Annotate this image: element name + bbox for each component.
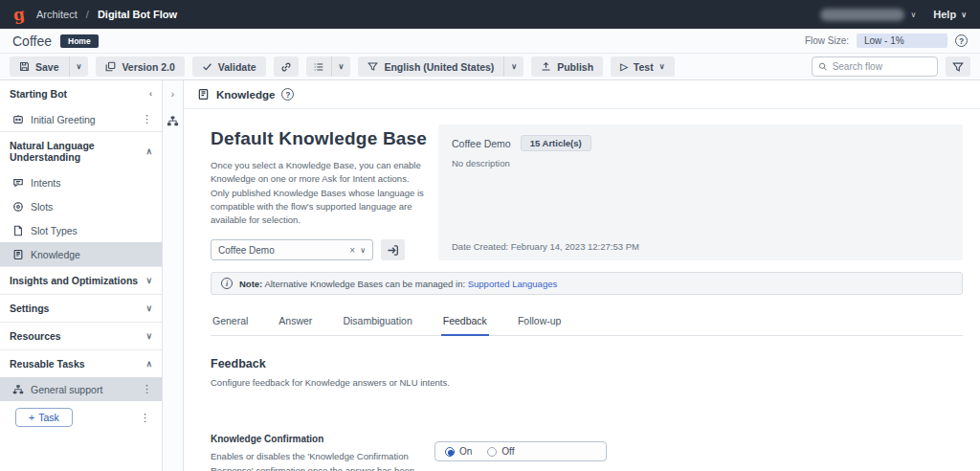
help-label: Help (933, 9, 956, 20)
confirmation-description: Enables or disables the 'Knowledge Confi… (211, 450, 421, 471)
kb-select[interactable]: Coffee Demo × ∨ (211, 239, 373, 260)
search-flow-input[interactable] (833, 61, 931, 72)
sidebar-item-knowledge[interactable]: Knowledge (0, 242, 162, 266)
flow-size-label: Flow Size: (805, 35, 849, 46)
page-header: Knowledge ? (184, 80, 980, 109)
sidebar-item-general-support[interactable]: General support ⋮ (0, 377, 162, 401)
knowledge-confirmation-row: Knowledge Confirmation Enables or disabl… (211, 434, 963, 471)
sidebar-section-resources[interactable]: Resources ∨ (0, 322, 162, 349)
sidebar-item-slots[interactable]: Slots (0, 194, 162, 218)
add-task-label: Task (38, 412, 59, 423)
chevron-up-icon[interactable]: ∧ (145, 146, 152, 156)
chevron-left-icon[interactable]: ‹ (149, 89, 152, 99)
link-button[interactable] (274, 56, 299, 77)
version-button[interactable]: Version 2.0 (96, 56, 184, 77)
link-icon (280, 61, 292, 73)
open-knowledge-base-button[interactable] (381, 239, 405, 260)
topbar-right: ∨ Help ∨ (820, 9, 967, 21)
home-badge[interactable]: Home (60, 34, 99, 48)
tab-answer[interactable]: Answer (277, 308, 314, 335)
chevron-down-icon[interactable]: ∨ (145, 276, 152, 285)
chevron-right-icon[interactable]: › (171, 89, 174, 100)
tab-disambiguation[interactable]: Disambiguation (341, 308, 413, 335)
kebab-menu-icon[interactable]: ⋮ (140, 383, 154, 395)
genesys-logo-icon: g (12, 6, 26, 23)
kb-title: Default Knowledge Base (211, 128, 429, 149)
list-button[interactable] (306, 56, 331, 77)
sidebar-section-starting-bot[interactable]: Starting Bot ‹ (0, 80, 162, 107)
publish-button[interactable]: Publish (531, 56, 603, 77)
chevron-down-icon[interactable]: ∨ (145, 331, 152, 341)
sidebar-section-reusable-tasks[interactable]: Reusable Tasks ∧ (0, 349, 162, 377)
feedback-title: Feedback (211, 357, 963, 370)
radio-option-off[interactable]: Off (487, 446, 514, 457)
publish-icon (541, 61, 551, 72)
user-menu[interactable]: ∨ (820, 9, 916, 21)
radio-on-control[interactable] (445, 447, 455, 457)
radio-off-control[interactable] (487, 447, 497, 457)
breadcrumb: Architect / Digital Bot Flow (36, 9, 177, 20)
sidebar-section-nlu[interactable]: Natural Language Understanding ∧ (0, 131, 162, 170)
tab-follow-up[interactable]: Follow-up (516, 308, 564, 335)
toolbar-right (812, 56, 970, 77)
clear-icon[interactable]: × (349, 245, 355, 256)
chevron-up-icon[interactable]: ∧ (145, 359, 152, 369)
list-icon (313, 61, 324, 73)
test-label: Test (634, 61, 654, 73)
sidebar-item-slot-types[interactable]: Slot Types (0, 218, 162, 242)
radio-option-on[interactable]: On (445, 446, 472, 457)
feedback-description: Configure feedback for Knowledge answers… (211, 377, 963, 388)
list-dropdown-button[interactable]: ∨ (331, 56, 351, 77)
sidebar-item-initial-greeting[interactable]: Initial Greeting ⋮ (0, 107, 162, 131)
chevron-down-icon: ∨ (339, 62, 345, 71)
kb-select-value: Coffee Demo (218, 245, 349, 256)
help-menu[interactable]: Help ∨ (933, 9, 967, 20)
sidebar-section-insights[interactable]: Insights and Optimizations ∨ (0, 266, 162, 294)
save-button[interactable]: Save (10, 56, 69, 77)
search-filter-button[interactable] (946, 56, 970, 77)
add-task-row: + Task ⋮ (0, 401, 162, 434)
save-dropdown-button[interactable]: ∨ (69, 56, 89, 77)
help-circle-icon[interactable]: ? (281, 88, 294, 101)
kb-date-created: Date Created: February 14, 2023 12:27:53… (452, 224, 949, 252)
settings-label: Settings (10, 303, 49, 314)
chevron-down-icon: ∨ (360, 246, 366, 255)
kebab-menu-icon[interactable]: ⋮ (140, 113, 154, 125)
sidebar-item-intents[interactable]: Intents (0, 170, 162, 194)
document-icon (11, 224, 24, 236)
flow-size-value: Low - 1% (857, 34, 947, 48)
general-support-label: General support (31, 384, 133, 395)
language-button[interactable]: English (United States) (358, 56, 503, 77)
save-label: Save (35, 61, 59, 73)
test-button[interactable]: ▷ Test ∨ (611, 56, 674, 77)
page-title: Knowledge (216, 89, 275, 101)
confirmation-label-col: Knowledge Confirmation Enables or disabl… (211, 434, 434, 471)
add-task-button[interactable]: + Task (15, 408, 73, 427)
language-dropdown-button[interactable]: ∨ (503, 56, 523, 77)
help-circle-icon[interactable]: ? (955, 34, 968, 47)
slot-types-label: Slot Types (31, 225, 154, 236)
toolbox-rail: › (163, 80, 184, 471)
sitemap-icon[interactable] (167, 115, 179, 127)
initial-greeting-label: Initial Greeting (31, 114, 133, 125)
validate-button[interactable]: Validate (192, 56, 266, 77)
slots-label: Slots (31, 201, 154, 213)
language-split-button: English (United States) ∨ (358, 56, 523, 77)
kb-description: Once you select a Knowledge Base, you ca… (211, 159, 429, 227)
sidebar: Starting Bot ‹ Initial Greeting ⋮ Natura… (0, 80, 163, 471)
chevron-down-icon[interactable]: ∨ (145, 303, 152, 313)
supported-languages-link[interactable]: Supported Languages (468, 279, 558, 289)
tab-bar: General Answer Disambiguation Feedback F… (211, 308, 963, 336)
gear-circle-icon (11, 200, 24, 213)
tab-general[interactable]: General (211, 308, 250, 335)
funnel-icon (952, 61, 964, 73)
chevron-down-icon: ∨ (511, 62, 517, 71)
chat-icon (11, 176, 24, 189)
kb-info-name-row: Coffee Demo 15 Article(s) (452, 135, 949, 151)
bot-icon (11, 113, 24, 125)
sidebar-section-settings[interactable]: Settings ∨ (0, 294, 162, 322)
insights-label: Insights and Optimizations (10, 275, 138, 286)
tab-feedback[interactable]: Feedback (441, 308, 489, 336)
breadcrumb-app[interactable]: Architect (36, 9, 78, 20)
kebab-menu-icon[interactable]: ⋮ (138, 412, 152, 424)
